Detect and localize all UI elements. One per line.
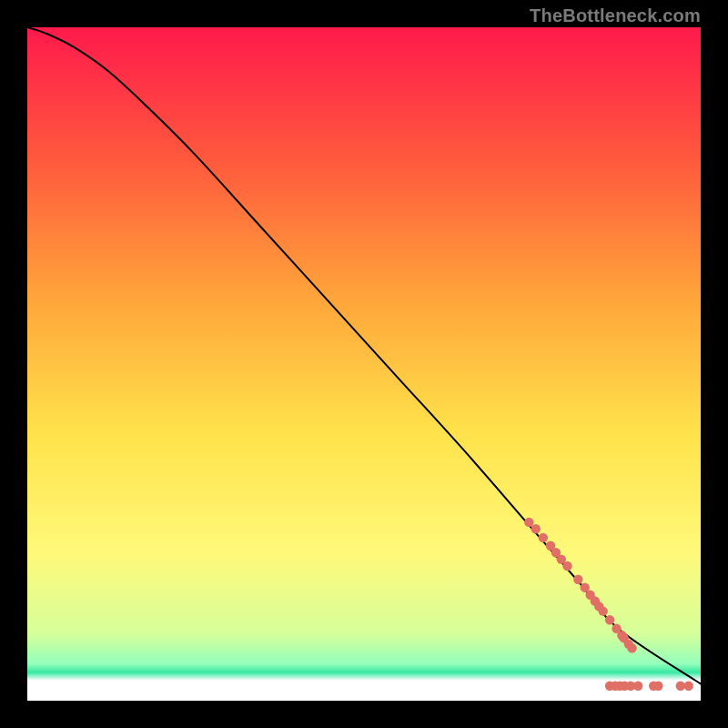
marker-point [599, 606, 608, 615]
marker-point [605, 615, 614, 624]
chart-background-gradient [27, 27, 701, 701]
marker-point [627, 643, 636, 652]
marker-point [524, 518, 533, 527]
marker-point [539, 533, 548, 542]
chart-container: TheBottleneck.com [0, 0, 728, 728]
marker-point [653, 682, 662, 691]
marker-point [633, 682, 642, 691]
marker-point [531, 524, 541, 533]
marker-point [562, 561, 571, 571]
marker-point [573, 575, 582, 584]
watermark-text: TheBottleneck.com [530, 5, 701, 26]
chart-plot-area [27, 27, 701, 701]
marker-point [683, 682, 693, 691]
marker-point [676, 682, 685, 691]
